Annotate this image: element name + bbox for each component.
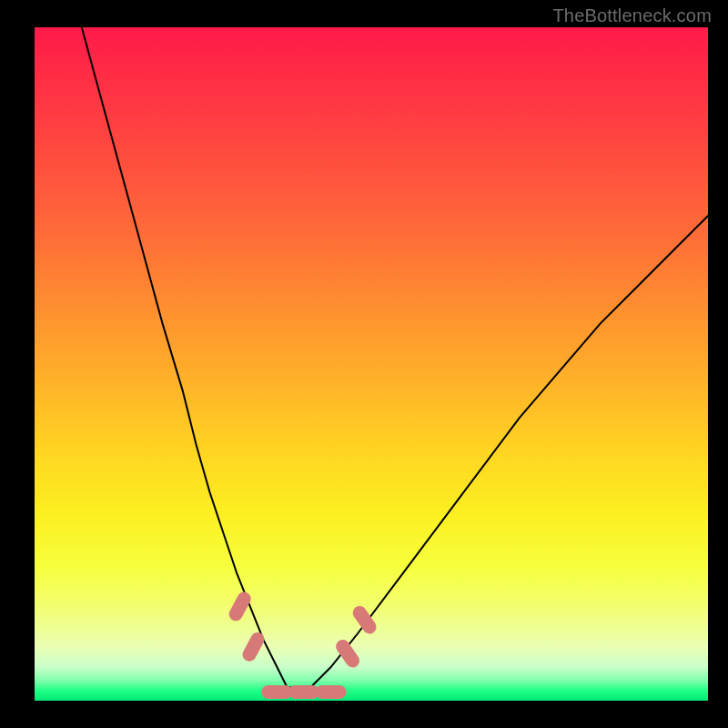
curve-marker xyxy=(288,685,319,699)
curve-group xyxy=(82,27,708,687)
chart-frame: TheBottleneck.com xyxy=(0,0,728,728)
chart-svg xyxy=(35,27,708,701)
curve-marker xyxy=(240,630,267,663)
watermark-text: TheBottleneck.com xyxy=(552,5,712,26)
curve-marker xyxy=(261,685,292,699)
curve-marker xyxy=(316,685,347,699)
curve-marker xyxy=(350,603,379,636)
curve-marker xyxy=(333,637,362,670)
bottleneck-curve xyxy=(82,27,708,687)
plot-area xyxy=(35,27,708,701)
